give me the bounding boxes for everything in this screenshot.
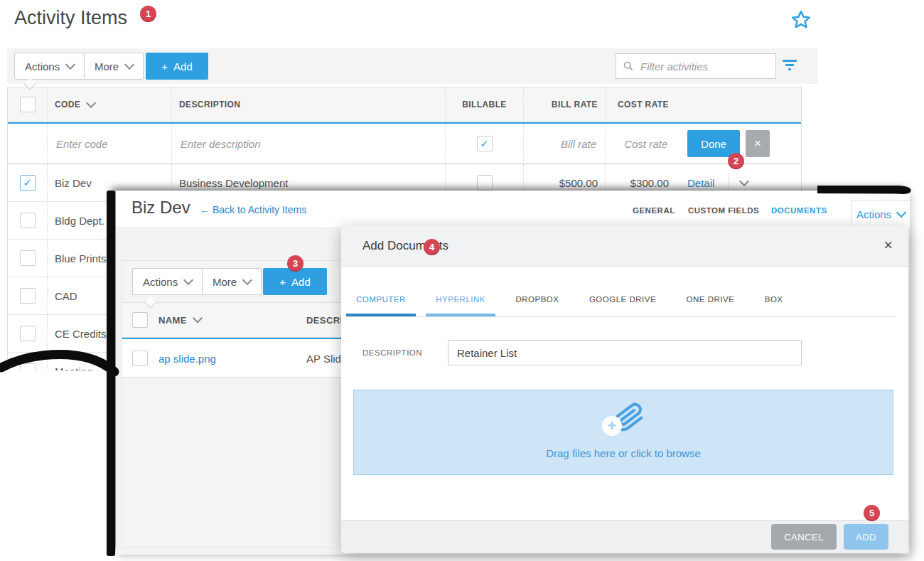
- tab-google-drive[interactable]: GOOGLE DRIVE: [579, 283, 666, 316]
- plus-icon: +: [161, 60, 168, 73]
- tab-one-drive[interactable]: ONE DRIVE: [677, 283, 745, 316]
- file-dropzone[interactable]: + Drag files here or click to browse: [353, 390, 893, 475]
- select-all-checkbox[interactable]: [132, 312, 148, 328]
- documents-actions-dropdown-button[interactable]: Actions: [132, 268, 203, 295]
- screenshot-canvas: Activity Items 1 Actions More + Add: [0, 0, 924, 561]
- row-checkbox[interactable]: [20, 288, 36, 304]
- tab-dropbox[interactable]: DROPBOX: [505, 283, 569, 316]
- page-title: Activity Items: [14, 7, 127, 29]
- row-checkbox[interactable]: [20, 250, 36, 266]
- dropzone-label: Drag files here or click to browse: [354, 447, 893, 459]
- plus-circle-icon: +: [602, 416, 622, 436]
- name-column-header[interactable]: NAME: [159, 315, 201, 326]
- cost-rate-input[interactable]: [606, 137, 669, 151]
- description-label: DESCRIPTION: [362, 348, 422, 357]
- add-documents-modal: Add Documents × COMPUTER HYPERLINK DROPB…: [341, 226, 908, 553]
- modal-tab-bar: COMPUTER HYPERLINK DROPBOX GOOGLE DRIVE …: [346, 283, 896, 317]
- code-column-header[interactable]: CODE: [47, 87, 171, 122]
- activity-code: CE Credits: [55, 328, 107, 340]
- callout-1: 1: [140, 6, 156, 22]
- tab-computer[interactable]: COMPUTER: [346, 283, 416, 316]
- new-activity-edit-row: ✓ Done ×: [8, 122, 801, 164]
- activity-code: Bldg Dept.: [55, 215, 104, 227]
- activity-code: Blue Prints: [55, 252, 107, 265]
- add-document-button[interactable]: + Add: [263, 268, 327, 295]
- tab-general[interactable]: GENERAL: [633, 206, 675, 215]
- tab-box[interactable]: BOX: [755, 283, 793, 316]
- favorite-star-icon[interactable]: [790, 9, 812, 31]
- modal-footer: CANCEL ADD: [341, 520, 908, 553]
- attach-file-icon: +: [602, 402, 645, 439]
- sort-chevron-icon: [86, 97, 96, 107]
- filter-activities-input[interactable]: [639, 60, 768, 73]
- sort-chevron-icon: [193, 313, 203, 323]
- detail-header: Biz Dev ← Back to Activity Items GENERAL…: [116, 191, 910, 228]
- activity-code: Biz Dev: [55, 177, 92, 189]
- callout-4: 4: [424, 239, 440, 255]
- document-name-link[interactable]: ap slide.png: [159, 352, 216, 364]
- tab-documents[interactable]: DOCUMENTS: [771, 206, 827, 215]
- enter-description-input[interactable]: [179, 137, 445, 151]
- tab-hyperlink[interactable]: HYPERLINK: [426, 283, 495, 316]
- select-all-checkbox[interactable]: [20, 97, 36, 112]
- add-button[interactable]: ADD: [844, 524, 888, 550]
- add-activity-button[interactable]: + Add: [146, 53, 208, 80]
- filter-activities-input-wrap: [616, 53, 776, 79]
- enter-code-input[interactable]: [55, 137, 171, 151]
- more-dropdown-button[interactable]: More: [84, 53, 144, 80]
- actions-dropdown-button[interactable]: Actions: [14, 53, 85, 80]
- back-to-activity-items-link[interactable]: ← Back to Activity Items: [200, 204, 306, 215]
- cancel-edit-button[interactable]: ×: [746, 130, 770, 157]
- search-icon: [623, 60, 633, 72]
- divider: [729, 173, 729, 193]
- bill-rate-column-header[interactable]: BILL RATE: [523, 87, 605, 122]
- billable-checkbox[interactable]: [477, 175, 493, 191]
- row-checkbox[interactable]: [132, 351, 148, 366]
- chevron-down-icon: [124, 59, 134, 69]
- cancel-button[interactable]: CANCEL: [771, 524, 837, 550]
- detail-link[interactable]: Detail: [687, 177, 714, 189]
- table-header-row: CODE DESCRIPTION BILLABLE BILL RATE COST…: [8, 87, 801, 122]
- row-checkbox[interactable]: [20, 213, 36, 228]
- chevron-down-icon: [242, 274, 252, 284]
- detail-title: Biz Dev: [131, 198, 190, 218]
- description-column-header[interactable]: DESCRIPTION: [171, 87, 445, 122]
- documents-more-dropdown-button[interactable]: More: [202, 268, 262, 295]
- row-checkbox[interactable]: [20, 326, 36, 341]
- billable-column-header[interactable]: BILLABLE: [445, 87, 523, 122]
- plus-icon: +: [279, 276, 286, 288]
- activity-description: Business Development: [179, 177, 288, 189]
- cost-rate-column-header[interactable]: COST RATE: [605, 87, 676, 122]
- bill-rate-value: $500.00: [559, 177, 598, 189]
- callout-5: 5: [864, 505, 880, 521]
- chevron-down-icon: [65, 59, 75, 69]
- billable-checkbox[interactable]: ✓: [477, 136, 493, 151]
- activity-code: CAD: [55, 290, 77, 302]
- close-icon[interactable]: ×: [883, 236, 893, 255]
- callout-2: 2: [728, 153, 744, 169]
- bill-rate-input[interactable]: [524, 137, 598, 151]
- chevron-down-icon: [183, 274, 193, 284]
- row-expand-chevron-icon[interactable]: [739, 176, 749, 186]
- callout-3: 3: [287, 255, 303, 272]
- chevron-down-icon: [896, 207, 906, 217]
- cost-rate-value: $300.00: [630, 177, 669, 189]
- row-checkbox[interactable]: ✓: [20, 175, 36, 191]
- torn-edge-cover: [0, 370, 121, 561]
- description-input[interactable]: [448, 340, 802, 365]
- filter-icon[interactable]: [782, 60, 797, 71]
- detail-actions-dropdown-button[interactable]: Actions: [851, 200, 910, 228]
- tab-custom-fields[interactable]: CUSTOM FIELDS: [688, 206, 759, 215]
- activities-toolbar: Actions More + Add: [7, 48, 817, 84]
